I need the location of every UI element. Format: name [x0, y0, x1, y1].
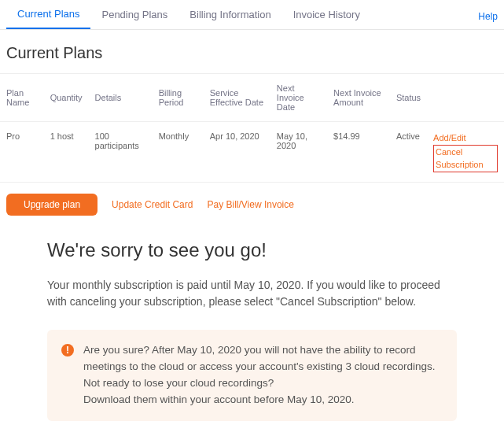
cell-next-invoice-date: May 10, 2020 [270, 122, 327, 183]
tab-invoice-history[interactable]: Invoice History [282, 1, 371, 28]
tab-billing-information[interactable]: Billing Information [178, 1, 281, 28]
update-credit-card-link[interactable]: Update Credit Card [112, 199, 193, 210]
cell-billing-period: Monthly [153, 122, 204, 183]
cell-next-invoice-amount: $14.99 [327, 122, 390, 183]
plan-actions-row: Upgrade plan Update Credit Card Pay Bill… [0, 183, 504, 231]
dialog-title: We're sorry to see you go! [47, 239, 457, 261]
upgrade-plan-button[interactable]: Upgrade plan [6, 194, 97, 216]
tab-current-plans[interactable]: Current Plans [6, 0, 90, 29]
col-effective-date: Service Effective Date [204, 74, 270, 122]
col-next-invoice-date: Next Invoice Date [270, 74, 327, 122]
cell-plan-name: Pro [0, 122, 44, 183]
nav-tabs: Current Plans Pending Plans Billing Info… [0, 0, 504, 30]
add-edit-link[interactable]: Add/Edit [433, 131, 498, 145]
exclamation-icon: ! [61, 344, 74, 357]
cell-details: 100 participants [89, 122, 153, 183]
plans-table: Plan Name Quantity Details Billing Perio… [0, 73, 504, 183]
cancel-subscription-link[interactable]: Cancel Subscription [436, 146, 495, 172]
col-plan-name: Plan Name [0, 74, 44, 122]
alert-line-2: Not ready to lose your cloud recordings? [83, 375, 443, 392]
cell-effective-date: Apr 10, 2020 [204, 122, 270, 183]
cell-quantity: 1 host [44, 122, 89, 183]
col-status: Status [390, 74, 427, 122]
page-title: Current Plans [6, 44, 504, 62]
col-next-invoice-amount: Next Invoice Amount [327, 74, 390, 122]
col-billing-period: Billing Period [153, 74, 204, 122]
dialog-body: Your monthly subscription is paid until … [47, 277, 457, 311]
cancel-dialog: We're sorry to see you go! Your monthly … [0, 239, 504, 437]
tab-pending-plans[interactable]: Pending Plans [90, 1, 178, 28]
help-link[interactable]: Help [478, 11, 498, 22]
pay-bill-link[interactable]: Pay Bill/View Invoice [207, 199, 294, 210]
col-quantity: Quantity [44, 74, 89, 122]
alert-box: ! Are you sure? After May 10, 2020 you w… [47, 330, 457, 421]
alert-line-1: Are you sure? After May 10, 2020 you wil… [83, 342, 443, 375]
cell-status: Active [390, 122, 427, 183]
table-row: Pro 1 host 100 participants Monthly Apr … [0, 122, 504, 183]
alert-line-3: Download them within your account before… [83, 392, 443, 408]
col-details: Details [89, 74, 153, 122]
